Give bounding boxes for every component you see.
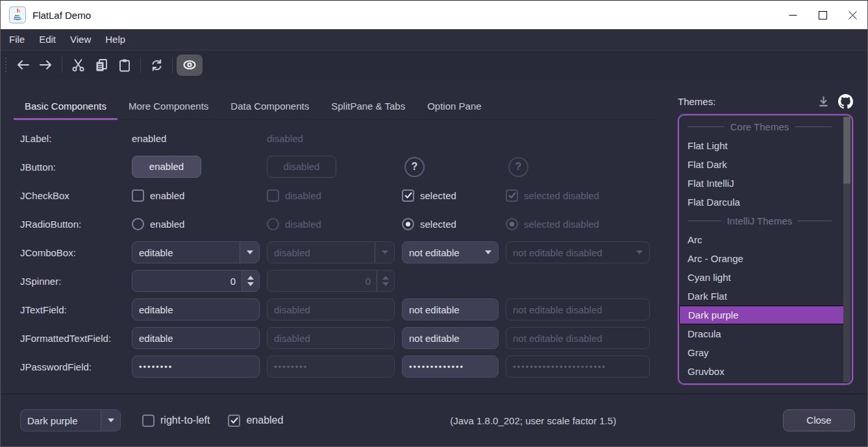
chevron-down-icon[interactable]: [101, 410, 120, 431]
scissors-icon: [71, 58, 85, 72]
jlabel-disabled: disabled: [267, 133, 303, 144]
theme-item-dracula[interactable]: Dracula: [679, 324, 843, 343]
textfield-disabled: disabled: [267, 298, 395, 320]
jformattedtextfield-row-label: JFormattedTextField:: [20, 333, 132, 344]
themes-scrollbar[interactable]: [843, 117, 850, 382]
tabbar: Basic Components More Components Data Co…: [14, 94, 656, 120]
chevron-down-icon[interactable]: [240, 242, 259, 263]
radio-icon: [132, 218, 144, 230]
themes-header: Themes:: [678, 92, 853, 110]
theme-item-arc-orange[interactable]: Arc - Orange: [679, 249, 843, 268]
github-link-button[interactable]: [838, 94, 853, 109]
arrow-left-icon: [16, 59, 30, 71]
refresh-button[interactable]: [145, 54, 168, 76]
formatted-textfield-not-editable[interactable]: not editable: [402, 327, 499, 349]
theme-item-cyan-light[interactable]: Cyan light: [679, 268, 843, 287]
jbutton-row-label: JButton:: [20, 162, 132, 173]
forward-button[interactable]: [34, 54, 58, 76]
theme-item-flat-darcula[interactable]: Flat Darcula: [679, 193, 843, 211]
app-window: FlatLaf Demo File Edit View Help: [0, 0, 868, 447]
bottom-bar: Dark purple right-to-left enabled (Java …: [1, 394, 867, 446]
theme-group-separator: IntelliJ Themes: [679, 211, 843, 230]
theme-item-dark-flat[interactable]: Dark Flat: [679, 287, 843, 306]
tab-more-components[interactable]: More Components: [118, 94, 219, 119]
checkbox-checked-icon: [402, 189, 414, 202]
radio-disabled: disabled: [267, 218, 402, 230]
close-icon: [849, 11, 857, 19]
theme-item-gray[interactable]: Gray: [679, 343, 843, 362]
radio-enabled[interactable]: enabled: [132, 218, 267, 230]
theme-item-flat-light[interactable]: Flat Light: [679, 136, 843, 155]
chevron-down-icon: [375, 242, 394, 263]
password-field-not-editable[interactable]: •••••••••••••: [402, 356, 499, 378]
spinner-arrows-icon[interactable]: [242, 271, 259, 291]
tab-data-components[interactable]: Data Components: [219, 94, 320, 119]
download-icon: [817, 95, 830, 108]
help-button[interactable]: ?: [404, 157, 425, 177]
right-to-left-checkbox[interactable]: right-to-left: [142, 415, 210, 427]
tab-splitpane-tabs[interactable]: SplitPane & Tabs: [320, 94, 416, 119]
checkbox-selected-disabled: selected disabled: [506, 189, 656, 202]
jcombobox-row-label: JComboBox:: [20, 247, 132, 258]
menu-file[interactable]: File: [2, 29, 32, 50]
toolbar-separator: [140, 57, 141, 73]
spinner-arrows-icon: [377, 271, 394, 291]
theme-group-separator: Core Themes: [679, 117, 843, 136]
theme-item-flat-intellij[interactable]: Flat IntelliJ: [679, 174, 843, 193]
password-field-not-editable-disabled: ••••••••••••••••••••••: [506, 356, 650, 378]
radio-selected-icon: [402, 218, 414, 230]
copy-button[interactable]: [90, 54, 113, 76]
paste-button[interactable]: [113, 54, 136, 76]
disabled-button: disabled: [267, 156, 336, 178]
maximize-button[interactable]: [808, 1, 837, 29]
theme-item-gruvbox[interactable]: Gruvbox: [679, 362, 843, 381]
menu-help[interactable]: Help: [98, 29, 132, 50]
combobox-disabled: disabled: [267, 241, 395, 263]
maximize-icon: [819, 11, 827, 19]
menubar: File Edit View Help: [1, 29, 867, 51]
jspinner-row-label: JSpinner:: [20, 276, 132, 287]
toolbar: [1, 51, 867, 79]
titlebar: FlatLaf Demo: [1, 1, 867, 29]
menu-view[interactable]: View: [63, 29, 98, 50]
toolbar-grip[interactable]: [5, 58, 6, 72]
password-field-editable[interactable]: ••••••••: [132, 356, 260, 378]
tab-option-pane[interactable]: Option Pane: [416, 94, 492, 119]
close-button[interactable]: Close: [783, 409, 855, 431]
back-button[interactable]: [11, 54, 34, 76]
arrow-right-icon: [39, 59, 53, 71]
jpasswordfield-row-label: JPasswordField:: [20, 361, 132, 372]
menu-edit[interactable]: Edit: [32, 29, 63, 50]
java-app-icon: [9, 6, 26, 23]
spinner-enabled[interactable]: 0: [132, 270, 260, 292]
combobox-editable[interactable]: editable: [132, 241, 260, 263]
toolbar-separator: [172, 57, 173, 73]
textfield-not-editable-disabled: not editable disabled: [506, 298, 650, 320]
minimize-button[interactable]: [778, 1, 808, 29]
show-hide-toggle-button[interactable]: [177, 54, 203, 76]
theme-item-dark-purple-selected[interactable]: Dark purple: [679, 306, 845, 324]
checkbox-enabled[interactable]: enabled: [132, 189, 267, 202]
spinner-disabled: 0: [267, 270, 395, 292]
cut-button[interactable]: [66, 54, 90, 76]
checkbox-icon: [132, 189, 144, 202]
formatted-textfield-editable[interactable]: editable: [132, 327, 260, 349]
radio-selected-icon: [506, 218, 518, 230]
enabled-checkbox[interactable]: enabled: [228, 415, 283, 427]
checkbox-selected[interactable]: selected: [402, 189, 506, 202]
themes-scrollbar-thumb[interactable]: [843, 117, 850, 184]
textfield-not-editable[interactable]: not editable: [402, 298, 499, 320]
theme-item-flat-dark[interactable]: Flat Dark: [679, 155, 843, 174]
tab-basic-components[interactable]: Basic Components: [14, 94, 118, 119]
download-theme-button[interactable]: [817, 95, 830, 108]
combobox-not-editable[interactable]: not editable: [402, 241, 499, 263]
eye-icon: [182, 59, 197, 71]
radio-icon: [267, 218, 279, 230]
enabled-button[interactable]: enabled: [132, 156, 201, 178]
close-window-button[interactable]: [837, 1, 867, 29]
radio-selected[interactable]: selected: [402, 218, 506, 230]
jlabel-row-label: JLabel:: [20, 133, 132, 144]
textfield-editable[interactable]: editable: [132, 298, 260, 320]
theme-select-combobox[interactable]: Dark purple: [20, 409, 121, 431]
theme-item-arc[interactable]: Arc: [679, 230, 843, 249]
